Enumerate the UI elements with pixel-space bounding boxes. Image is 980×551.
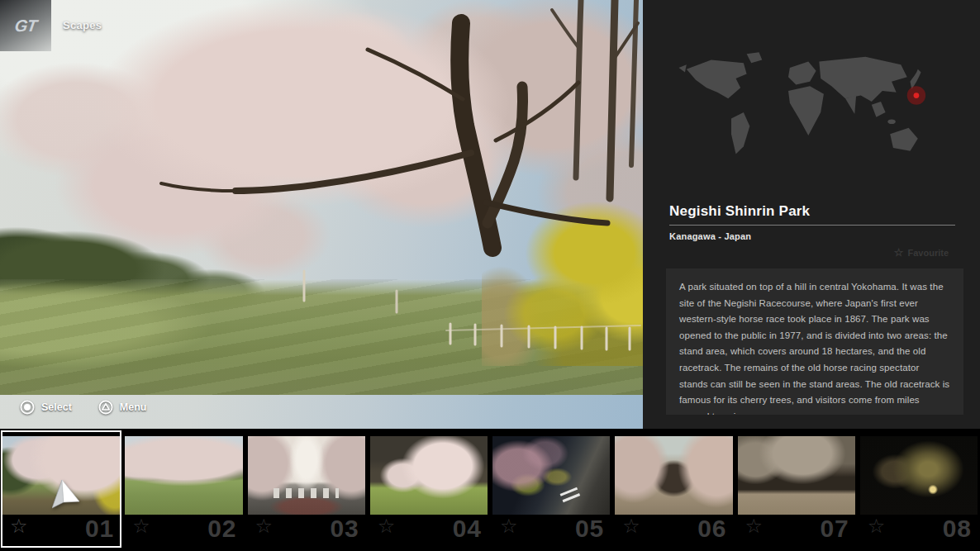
thumbnail-05[interactable]: ☆ 05 [490,429,612,544]
thumbnail-footer: ☆ 04 [368,515,490,544]
thumbnail-footer: ☆ 03 [245,515,368,544]
thumbnail-06[interactable]: ☆ 06 [612,429,735,544]
thumbnail-image [370,436,488,515]
scene-photo[interactable]: GT Scapes Select Menu [0,0,643,429]
world-map [673,45,950,182]
star-icon: ☆ [622,516,640,536]
info-panel: Negishi Shinrin Park Kanagawa - Japan ☆ … [643,0,980,429]
location-region: Kanagawa - Japan [669,231,751,241]
tree-trunks-and-fence [0,0,643,429]
thumbnail-07[interactable]: ☆ 07 [735,429,858,544]
thumbnail-image [860,436,978,515]
location-name: Negishi Shinrin Park [669,203,810,220]
thumbnail-footer: ☆ 05 [490,515,612,544]
thumbnail-footer: ☆ 07 [735,515,858,544]
thumbnail-footer: ☆ 02 [122,515,245,544]
star-icon: ☆ [255,516,274,536]
circle-button-icon [20,400,35,415]
select-hint[interactable]: Select [20,400,72,415]
map-marker-dot [914,93,920,98]
star-icon: ☆ [745,516,764,536]
thumbnail-number: 08 [943,516,972,541]
triangle-button-icon [98,400,113,415]
gt-logo-text: GT [13,17,37,36]
star-icon: ☆ [500,516,518,536]
star-icon: ☆ [894,247,904,258]
divider [669,225,955,226]
thumbnail-number: 06 [697,516,726,541]
thumbnail-number: 03 [330,516,359,541]
thumbnail-footer: ☆ 08 [858,515,980,544]
thumbnail-number: 05 [575,516,604,541]
location-description-box: A park situated on top of a hill in cent… [666,268,963,415]
thumbnail-image [492,436,610,515]
favourite-label: Favourite [907,248,949,258]
star-icon: ☆ [868,516,886,536]
thumbnail-image [738,436,855,515]
favourite-toggle[interactable]: ☆ Favourite [894,247,949,258]
thumbnail-strip: ☆ 01 ☆ 02 ☆ 03 ☆ 04 [0,429,980,551]
gt-logo[interactable]: GT [0,0,51,51]
select-hint-label: Select [41,401,72,413]
menu-hint[interactable]: Menu [98,400,147,415]
thumbnail-08[interactable]: ☆ 08 [858,429,980,544]
thumbnail-02[interactable]: ☆ 02 [122,429,245,544]
star-icon: ☆ [378,516,396,536]
menu-hint-label: Menu [120,401,147,413]
controller-hints: Select Menu [20,400,146,415]
location-description: A park situated on top of a hill in cent… [679,279,950,415]
thumbnail-footer: ☆ 01 [0,515,122,544]
thumbnail-number: 01 [85,516,114,541]
star-icon: ☆ [132,516,150,536]
mouse-cursor [52,480,82,511]
thumbnail-image [125,436,242,515]
thumbnail-image [615,436,732,515]
star-icon: ☆ [10,516,28,536]
thumbnail-number: 02 [207,516,236,541]
thumbnail-04[interactable]: ☆ 04 [368,429,490,544]
thumbnail-number: 04 [453,516,482,541]
thumbnail-footer: ☆ 06 [612,515,735,544]
page-title: Scapes [63,19,102,31]
thumbnail-number: 07 [820,516,849,541]
thumbnail-image [248,436,365,515]
scapes-screen: GT Scapes Select Menu 16:59 [0,0,980,551]
thumbnail-03[interactable]: ☆ 03 [245,429,368,544]
